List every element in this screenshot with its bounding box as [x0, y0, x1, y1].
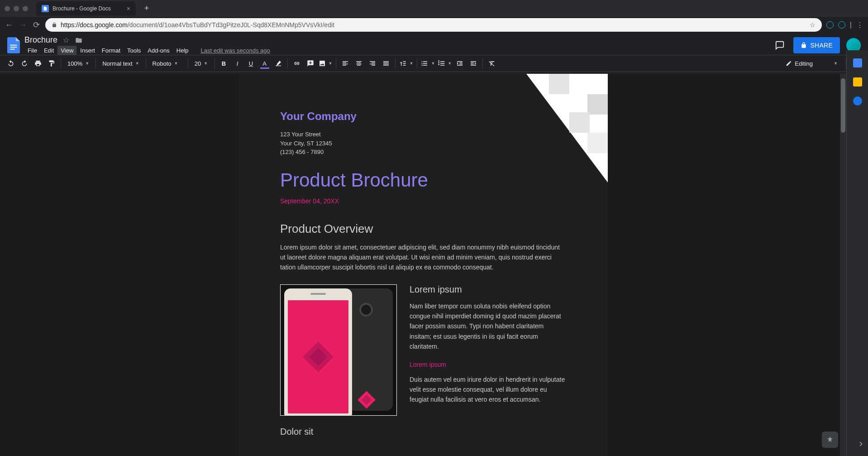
zoom-select[interactable]: 100%▼ — [64, 57, 93, 70]
explore-button[interactable] — [822, 432, 838, 448]
side-panel-toggle[interactable]: › — [859, 438, 863, 450]
close-tab-icon[interactable]: × — [127, 5, 130, 12]
image-button[interactable]: ▼ — [318, 57, 334, 70]
menu-insert[interactable]: Insert — [77, 46, 98, 55]
comments-button[interactable] — [773, 38, 787, 53]
menu-edit[interactable]: Edit — [41, 46, 57, 55]
highlight-button[interactable] — [272, 57, 285, 70]
tab-title: Brochure - Google Docs — [52, 5, 111, 12]
line-spacing-button[interactable]: ▼ — [398, 57, 414, 70]
menu-tools[interactable]: Tools — [124, 46, 144, 55]
clear-formatting-button[interactable] — [486, 57, 498, 70]
align-right-button[interactable] — [366, 57, 379, 70]
indent-decrease-button[interactable] — [453, 57, 466, 70]
back-button[interactable]: ← — [5, 20, 14, 30]
body-paragraph[interactable]: Duis autem vel eum iriure dolor in hendr… — [410, 374, 566, 405]
extension-icon[interactable] — [826, 21, 834, 29]
new-tab-button[interactable]: + — [140, 2, 153, 15]
align-left-button[interactable] — [339, 57, 352, 70]
underline-button[interactable]: U — [245, 57, 258, 70]
address-bar[interactable]: https://docs.google.com/document/d/1oae4… — [45, 18, 822, 32]
svg-rect-6 — [569, 112, 590, 133]
move-folder-icon[interactable] — [75, 37, 83, 44]
extension-icon[interactable] — [838, 21, 845, 29]
last-edit-link[interactable]: Last edit was seconds ago — [198, 46, 273, 55]
star-icon[interactable]: ☆ — [810, 21, 816, 29]
print-button[interactable] — [32, 57, 44, 70]
lock-icon — [52, 22, 57, 28]
body-paragraph[interactable]: Nam liber tempor cum soluta nobis eleife… — [410, 301, 566, 352]
redo-button[interactable] — [18, 57, 31, 70]
forward-button[interactable]: → — [18, 20, 27, 30]
svg-rect-4 — [549, 74, 569, 94]
subsection-heading[interactable]: Lorem ipsum — [410, 361, 566, 368]
doc-date[interactable]: September 04, 20XX — [280, 197, 566, 205]
product-image[interactable] — [280, 284, 397, 416]
menu-help[interactable]: Help — [173, 46, 192, 55]
pencil-icon — [786, 60, 792, 67]
comment-button[interactable] — [304, 57, 317, 70]
indent-increase-button[interactable] — [467, 57, 480, 70]
menu-separator: | — [850, 21, 852, 29]
subsection-heading[interactable]: Dolor sit — [280, 427, 566, 437]
docs-logo[interactable] — [5, 36, 23, 54]
align-center-button[interactable] — [353, 57, 365, 70]
section-heading[interactable]: Product Overview — [280, 222, 566, 236]
svg-rect-0 — [10, 45, 17, 46]
menu-format[interactable]: Format — [99, 46, 124, 55]
docs-favicon — [42, 5, 49, 12]
text-color-button[interactable]: A — [258, 57, 271, 70]
tasks-icon[interactable] — [853, 96, 862, 106]
menu-view[interactable]: View — [57, 46, 76, 55]
document-canvas[interactable]: Your Company 123 Your Street Your City, … — [0, 74, 846, 456]
lock-icon — [801, 42, 807, 49]
reload-button[interactable]: ⟳ — [32, 20, 41, 30]
italic-button[interactable]: I — [231, 57, 244, 70]
undo-button[interactable] — [5, 57, 17, 70]
style-select[interactable]: Normal text▼ — [99, 57, 143, 70]
doc-title[interactable]: Brochure — [24, 35, 57, 45]
body-paragraph[interactable]: Lorem ipsum dolor sit amet, consectetuer… — [280, 242, 566, 273]
star-icon[interactable]: ☆ — [63, 36, 69, 44]
numbered-list-button[interactable]: ▼ — [420, 57, 436, 70]
svg-rect-5 — [587, 94, 608, 115]
calendar-icon[interactable] — [853, 58, 862, 67]
browser-menu-icon[interactable]: ⋮ — [856, 21, 863, 29]
svg-rect-1 — [10, 47, 17, 48]
corner-decoration — [499, 74, 608, 182]
browser-tab[interactable]: Brochure - Google Docs × — [36, 1, 136, 16]
menu-file[interactable]: File — [24, 46, 40, 55]
menu-add-ons[interactable]: Add-ons — [144, 46, 172, 55]
mode-select[interactable]: Editing ▼ — [782, 57, 841, 70]
svg-rect-7 — [587, 133, 608, 153]
svg-rect-2 — [10, 49, 14, 50]
page[interactable]: Your Company 123 Your Street Your City, … — [238, 74, 608, 456]
bulleted-list-button[interactable]: ▼ — [437, 57, 453, 70]
bold-button[interactable]: B — [218, 57, 230, 70]
share-label: SHARE — [811, 42, 833, 49]
keep-icon[interactable] — [853, 77, 862, 86]
share-button[interactable]: SHARE — [793, 37, 840, 53]
scrollbar-thumb[interactable] — [841, 78, 845, 133]
window-controls[interactable] — [5, 6, 28, 11]
font-select[interactable]: Roboto▼ — [149, 57, 185, 70]
link-button[interactable] — [291, 57, 303, 70]
subsection-heading[interactable]: Lorem ipsum — [410, 284, 566, 295]
font-size-select[interactable]: 20▼ — [191, 57, 212, 70]
paint-format-button[interactable] — [45, 57, 58, 70]
align-justify-button[interactable] — [380, 57, 392, 70]
